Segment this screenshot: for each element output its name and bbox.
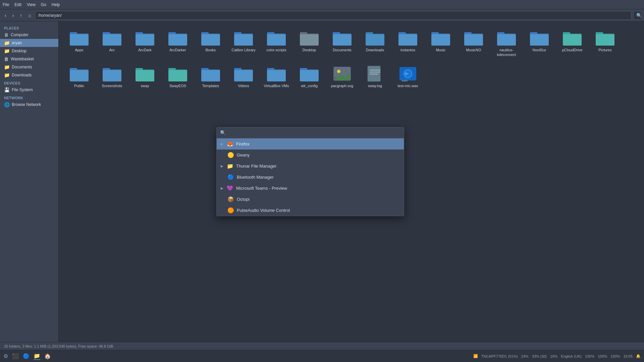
sidebar-item-filesystem[interactable]: 💾 File System [0, 86, 58, 94]
svg-rect-59 [136, 70, 154, 81]
file-name: Books [206, 48, 216, 52]
file-item[interactable]: Templates [196, 63, 226, 91]
sidebar-item-downloads[interactable]: 📁 Downloads [0, 71, 58, 79]
file-item[interactable]: Music [426, 27, 456, 60]
svg-rect-38 [464, 34, 483, 46]
search-button[interactable]: 🔍 [633, 11, 641, 20]
file-item[interactable]: Desktop [294, 27, 324, 60]
svg-rect-26 [333, 34, 352, 46]
menu-edit[interactable]: Edit [14, 2, 21, 7]
dropdown-item-octopi[interactable]: 📦Octopi [217, 194, 404, 205]
address-bar[interactable] [35, 11, 631, 20]
taskbar-terminal-icon[interactable]: ⬛ [12, 353, 19, 359]
file-name: color-scripts [266, 48, 286, 52]
file-icon [365, 29, 385, 46]
file-name: sway.log [368, 83, 382, 88]
file-item[interactable]: Documents [327, 27, 357, 60]
sidebar-item-aryan[interactable]: 📁 aryan [0, 39, 58, 47]
sidebar-item-downloads-label: Downloads [12, 73, 32, 77]
menubar: File Edit View Go Help [0, 0, 644, 9]
file-item[interactable]: SwayEOS [163, 63, 193, 91]
file-item[interactable]: MusicNO [459, 27, 489, 60]
file-item[interactable]: VirtualBox VMs [261, 63, 291, 91]
file-icon [595, 29, 615, 46]
file-icon [398, 29, 418, 46]
menu-help[interactable]: Help [52, 2, 60, 7]
taskbar-files-icon[interactable]: 📁 [34, 353, 40, 360]
file-name: Downloads [366, 48, 384, 52]
svg-rect-56 [103, 70, 121, 81]
dropdown-item-bluetooth[interactable]: 🔵Bluetooth Manager [217, 172, 404, 183]
file-grid: Apps Arc ArcDark ArcDarker Books Calibre… [64, 27, 639, 91]
svg-rect-74 [300, 70, 319, 81]
svg-rect-2 [70, 34, 89, 46]
file-icon [529, 29, 549, 46]
dropdown-item-geany[interactable]: 🟡Geany [217, 149, 404, 161]
file-item[interactable]: sway.log [360, 63, 390, 91]
up-button[interactable]: ↑ [18, 11, 24, 19]
file-item[interactable]: ArcDarker [163, 27, 193, 60]
file-item[interactable]: audio test-mic.wav [393, 63, 423, 91]
file-item[interactable]: pacgraph.svg [327, 63, 357, 91]
clock: 19:05 [623, 354, 633, 358]
sidebar-item-documents[interactable]: 📁 Documents [0, 63, 58, 71]
dropdown-search-input[interactable] [228, 130, 400, 135]
svg-rect-62 [168, 70, 187, 81]
back-button[interactable]: ‹ [3, 11, 8, 19]
volume-level: 100% [610, 354, 620, 358]
file-item[interactable]: Screenshots [97, 63, 127, 91]
dropdown-item-firefox[interactable]: ▶🦊Firefox [217, 138, 404, 149]
menu-file[interactable]: File [3, 2, 9, 7]
svg-rect-17 [234, 34, 253, 46]
forward-button[interactable]: › [10, 11, 16, 19]
taskbar-settings-icon[interactable]: ⚙ [3, 353, 8, 359]
file-icon [365, 65, 385, 82]
file-item[interactable]: NordSur [524, 27, 554, 60]
file-item[interactable]: color-scripts [261, 27, 291, 60]
file-item[interactable]: ArcDark [130, 27, 160, 60]
file-name: pCloudDrive [562, 48, 583, 52]
app-icon: 🟡 [227, 152, 234, 158]
file-name: Arc [109, 48, 115, 52]
notifications-icon[interactable]: 🔔 [636, 354, 641, 358]
file-name: test-mic.wav [397, 83, 418, 88]
taskbar-home-icon[interactable]: 🏠 [44, 353, 51, 359]
home-button[interactable]: ⌂ [26, 11, 33, 19]
taskbar-browser-icon[interactable]: 🔵 [23, 353, 30, 359]
file-name: Calibre Library [231, 48, 256, 52]
file-name: ArcDarker [169, 48, 186, 52]
file-item[interactable]: sway [130, 63, 160, 91]
file-item[interactable]: Downloads [360, 27, 390, 60]
file-icon [332, 65, 352, 82]
sidebar-item-desktop[interactable]: 📁 Desktop [0, 47, 58, 55]
file-item[interactable]: Videos [228, 63, 259, 91]
file-item[interactable]: pCloudDrive [557, 27, 587, 60]
file-item[interactable]: Arc [97, 27, 127, 60]
wifi-icon: 📶 [473, 354, 478, 358]
file-icon [135, 65, 155, 82]
file-item[interactable]: Calibre Library [228, 27, 259, 60]
app-label: Geany [237, 153, 250, 158]
file-view: Apps Arc ArcDark ArcDarker Books Calibre… [59, 21, 644, 342]
app-icon: 🔵 [227, 174, 234, 180]
dropdown-item-thunar[interactable]: ▶📁Thunar File Manager [217, 161, 404, 172]
trash-icon: 🗑 [4, 56, 9, 62]
menu-view[interactable]: View [27, 2, 36, 7]
sidebar-item-computer[interactable]: 🖥 Computer [0, 31, 58, 39]
sidebar-item-wastebasket[interactable]: 🗑 Wastebasket [0, 55, 58, 63]
file-icon [102, 65, 122, 82]
dropdown-item-teams[interactable]: ▶💜Microsoft Teams - Preview [217, 183, 404, 194]
zoom-level: 100% [585, 354, 594, 358]
file-item[interactable]: Books [196, 27, 226, 60]
file-item[interactable]: wlr_config [294, 63, 324, 91]
desktop-icon: 📁 [4, 48, 10, 54]
sidebar-item-browse-network[interactable]: 🌐 Browse Network [0, 101, 58, 109]
sidebar-item-aryan-label: aryan [12, 41, 22, 45]
file-item[interactable]: Apps [64, 27, 94, 60]
menu-go[interactable]: Go [41, 2, 46, 7]
dropdown-item-pulseaudio[interactable]: 🟠PulseAudio Volume Control [217, 205, 404, 216]
file-item[interactable]: instantos [393, 27, 423, 60]
file-item[interactable]: Pictures [590, 27, 620, 60]
file-item[interactable]: Public [64, 63, 94, 91]
file-item[interactable]: nautilus-kdeconnect [491, 27, 522, 60]
